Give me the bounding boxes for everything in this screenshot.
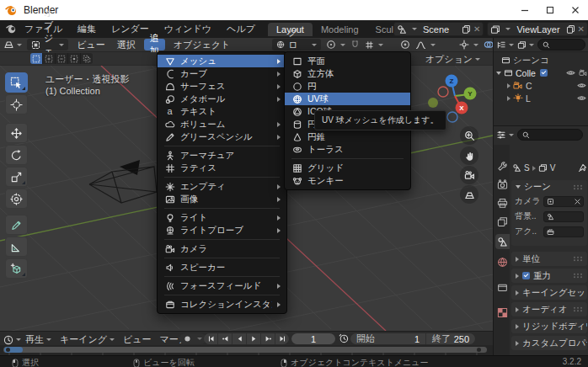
outliner-row-light[interactable]: L	[494, 92, 588, 104]
select-set-button[interactable]	[30, 53, 43, 64]
select-invert-button[interactable]	[68, 53, 81, 64]
menu-item-lattice[interactable]: ラティス	[158, 162, 286, 174]
blender-menu-icon[interactable]	[6, 24, 17, 35]
menu-help[interactable]: ヘルプ	[219, 23, 263, 35]
tab-output[interactable]	[495, 195, 510, 210]
menu-item-armature[interactable]: アーマチュア	[158, 149, 286, 162]
menu-view3d-view[interactable]: ビュー	[73, 39, 109, 51]
menu-item-collection-instance[interactable]: コレクションインスタンス	[158, 298, 286, 311]
start-frame-field[interactable]: 開始 1	[350, 333, 426, 344]
transform-orientation-dropdown[interactable]: グロー...	[272, 39, 320, 51]
properties-search-input[interactable]	[517, 129, 583, 141]
background-scene-field[interactable]	[543, 211, 584, 222]
scene-panel-header[interactable]: シーン	[511, 180, 587, 194]
tab-scene[interactable]	[495, 234, 510, 249]
snap-target-dropdown[interactable]	[365, 40, 383, 50]
disable-render-icon[interactable]	[579, 69, 588, 77]
view-layer-selector[interactable]: ViewLayer ✕	[487, 22, 588, 36]
pivot-point-dropdown[interactable]	[326, 40, 345, 50]
menu-item-light[interactable]: ライト	[158, 211, 286, 224]
custom-properties-panel[interactable]: カスタムプロパテ	[511, 336, 587, 350]
active-clip-field[interactable]	[543, 226, 584, 237]
menu-item-light-probe[interactable]: ライトプローブ	[158, 224, 286, 237]
menu-view3d-select[interactable]: 選択	[114, 39, 139, 51]
gravity-checkbox[interactable]	[522, 272, 530, 279]
hide-eye-icon[interactable]	[566, 69, 575, 77]
menu-item-speaker[interactable]: スピーカー	[158, 261, 286, 274]
tab-texture[interactable]	[495, 305, 510, 320]
close-button[interactable]	[563, 1, 588, 19]
proportional-editing-toggle[interactable]	[400, 40, 410, 50]
tab-tool[interactable]	[495, 158, 510, 173]
select-subtract-button[interactable]	[56, 53, 68, 64]
tab-collection[interactable]	[495, 279, 510, 295]
cursor-tool[interactable]	[5, 94, 28, 114]
workspace-tab-modeling[interactable]: Modeling	[313, 23, 367, 36]
mode-dropdown[interactable]: オブジェクト	[27, 39, 68, 51]
measure-tool[interactable]	[5, 237, 28, 257]
minimize-button[interactable]	[512, 1, 537, 19]
outliner-search-input[interactable]	[537, 39, 585, 51]
properties-editor-type-dropdown[interactable]	[496, 130, 514, 140]
scrollbar-handle-left[interactable]	[6, 348, 10, 352]
scale-tool[interactable]	[5, 167, 28, 187]
duplicate-scene-icon[interactable]	[462, 24, 471, 34]
outliner-row-camera[interactable]: C	[494, 79, 588, 92]
menu-item-grease-pencil[interactable]: グリースペンシル	[158, 130, 286, 143]
select-intersect-button[interactable]	[81, 53, 93, 64]
use-preview-range-toggle[interactable]	[339, 333, 349, 343]
proportional-falloff-dropdown[interactable]	[415, 40, 436, 50]
jump-to-end-button[interactable]	[275, 333, 289, 344]
timeline-scrollbar[interactable]	[3, 347, 487, 353]
snap-toggle[interactable]	[350, 40, 360, 50]
move-tool[interactable]	[5, 123, 28, 143]
outliner-row-scene-collection[interactable]: シーンコ	[494, 54, 588, 66]
pan-view-button[interactable]	[460, 146, 478, 165]
gizmos-dropdown[interactable]	[459, 40, 478, 50]
menu-item-curve[interactable]: カーブ	[158, 67, 286, 80]
menu-item-camera[interactable]: カメラ	[158, 242, 286, 255]
expand-icon[interactable]	[496, 72, 501, 75]
pin-icon[interactable]	[578, 163, 587, 173]
breadcrumb-view-layer[interactable]: V	[550, 163, 556, 173]
play-button[interactable]	[247, 333, 261, 344]
timeline-menu-keying[interactable]: キーイング	[56, 333, 119, 346]
jump-to-start-button[interactable]	[204, 333, 218, 344]
camera-object-field[interactable]	[543, 196, 584, 207]
zoom-view-button[interactable]	[460, 126, 478, 145]
units-panel[interactable]: 単位	[511, 252, 587, 266]
filter-dropdown[interactable]	[517, 40, 534, 50]
menu-item-text[interactable]: a テキスト	[158, 105, 286, 118]
expand-icon[interactable]	[507, 83, 510, 88]
annotate-tool[interactable]	[5, 215, 28, 235]
maximize-button[interactable]	[537, 1, 563, 19]
expand-icon[interactable]	[507, 96, 510, 101]
hide-eye-icon[interactable]	[577, 94, 586, 102]
tab-world[interactable]	[495, 254, 510, 269]
unlink-scene-icon[interactable]: ✕	[473, 25, 480, 34]
keying-sets-panel[interactable]: キーイングセット	[511, 285, 587, 300]
menu-item-cone[interactable]: 円錐	[285, 130, 410, 143]
menu-render[interactable]: レンダー	[104, 23, 157, 35]
timeline-editor-type-dropdown[interactable]	[3, 335, 21, 345]
tool-options-dropdown[interactable]: オプション	[425, 53, 480, 66]
timeline-menu-playback[interactable]: 再生	[21, 333, 56, 346]
tab-view-layer[interactable]	[495, 214, 510, 229]
menu-window[interactable]: ウィンドウ	[157, 23, 219, 35]
select-box-tool[interactable]	[5, 72, 28, 93]
menu-view3d-object[interactable]: オブジェクト	[170, 39, 234, 51]
camera-view-button[interactable]	[460, 166, 478, 184]
menu-item-volume[interactable]: ボリューム	[158, 118, 286, 130]
menu-item-image[interactable]: 画像	[158, 193, 286, 205]
menu-edit[interactable]: 編集	[70, 23, 104, 35]
workspace-tab-sculpting[interactable]: Sculpting	[367, 23, 393, 36]
scene-selector[interactable]: Scene ✕	[393, 22, 484, 36]
play-reverse-button[interactable]	[233, 333, 247, 344]
menu-item-mesh[interactable]: メッシュ	[158, 55, 286, 67]
breadcrumb-scene[interactable]: S	[524, 163, 530, 173]
display-mode-dropdown[interactable]	[496, 40, 514, 50]
add-view-layer-icon[interactable]	[566, 24, 575, 34]
tab-render[interactable]	[495, 177, 510, 192]
next-keyframe-button[interactable]	[261, 333, 275, 344]
menu-item-empty[interactable]: エンプティ	[158, 180, 286, 193]
